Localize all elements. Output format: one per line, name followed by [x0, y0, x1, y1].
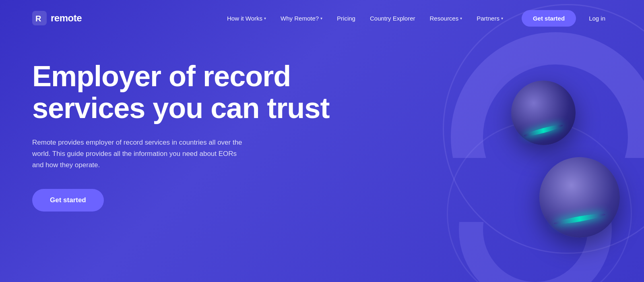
- page-wrapper: R remote How it Works ▾ Why Remote? ▾ Pr…: [0, 0, 644, 282]
- nav-label-how-it-works: How it Works: [227, 15, 262, 22]
- navbar: R remote How it Works ▾ Why Remote? ▾ Pr…: [0, 0, 644, 36]
- chevron-down-icon-partners: ▾: [501, 16, 503, 21]
- nav-links: How it Works ▾ Why Remote? ▾ Pricing Cou…: [221, 12, 509, 25]
- nav-label-why-remote: Why Remote?: [281, 15, 319, 22]
- nav-label-partners: Partners: [477, 15, 500, 22]
- nav-label-country-explorer: Country Explorer: [370, 15, 415, 22]
- login-button[interactable]: Log in: [582, 10, 612, 27]
- svg-text:R: R: [35, 14, 41, 23]
- chevron-down-icon-how: ▾: [264, 16, 266, 21]
- nav-item-how-it-works[interactable]: How it Works ▾: [221, 12, 272, 25]
- nav-actions: Get started Log in: [522, 10, 612, 27]
- nav-item-country-explorer[interactable]: Country Explorer: [364, 12, 421, 25]
- nav-item-why-remote[interactable]: Why Remote? ▾: [275, 12, 328, 25]
- nav-item-partners[interactable]: Partners ▾: [471, 12, 509, 25]
- get-started-nav-button[interactable]: Get started: [522, 10, 576, 27]
- hero-subtext: Remote provides employer of record servi…: [32, 137, 246, 171]
- nav-item-pricing[interactable]: Pricing: [331, 12, 361, 25]
- get-started-hero-button[interactable]: Get started: [32, 189, 104, 212]
- nav-label-resources: Resources: [430, 15, 459, 22]
- hero-headline: Employer of record services you can trus…: [32, 60, 346, 124]
- chevron-down-icon-why: ▾: [320, 16, 322, 21]
- nav-label-pricing: Pricing: [337, 15, 355, 22]
- remote-r-icon: R: [32, 11, 47, 25]
- nav-item-resources[interactable]: Resources ▾: [424, 12, 468, 25]
- chevron-down-icon-resources: ▾: [460, 16, 462, 21]
- logo-area[interactable]: R remote: [32, 11, 82, 25]
- logo-text: remote: [51, 12, 82, 24]
- hero-section: Employer of record services you can trus…: [0, 36, 644, 212]
